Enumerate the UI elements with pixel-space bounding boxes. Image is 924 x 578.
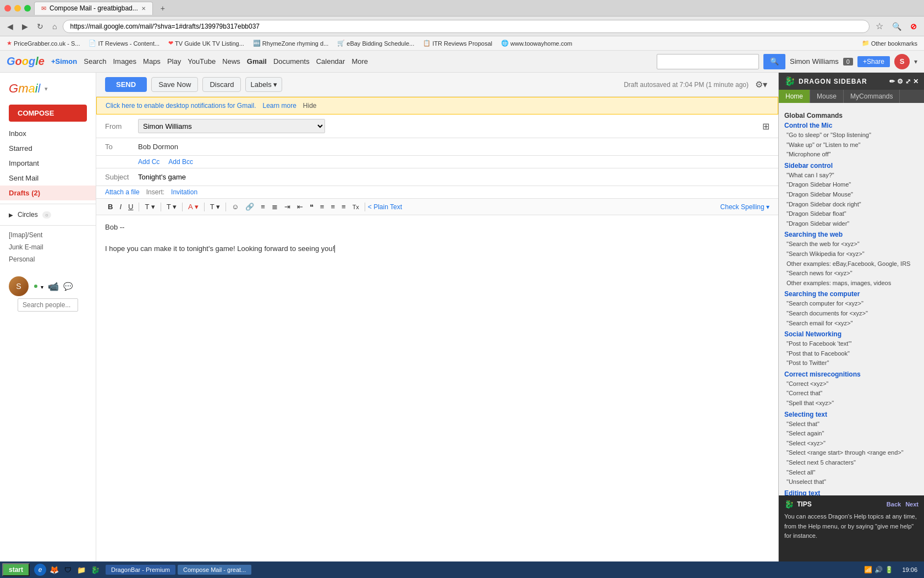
align-left-button[interactable]: ≡ <box>317 201 327 212</box>
text-color-button[interactable]: A ▾ <box>185 201 201 212</box>
dragon-tab-mouse[interactable]: Mouse <box>810 90 844 103</box>
control-mic-link[interactable]: Control the Mic <box>784 122 919 129</box>
bold-button[interactable]: B <box>105 201 116 212</box>
remove-format-button[interactable]: Tx <box>350 202 362 212</box>
nav-maps[interactable]: Maps <box>143 57 161 66</box>
subject-input[interactable] <box>138 173 769 181</box>
google-search-button[interactable]: 🔍 <box>763 54 785 69</box>
add-cc-link[interactable]: Add Cc <box>138 158 160 166</box>
nav-search[interactable]: Search <box>84 57 106 66</box>
bookmark-pricegrabber[interactable]: ★ PriceGrabber.co.uk - S... <box>4 39 82 48</box>
sidebar-nav-sent[interactable]: Sent Mail <box>0 171 96 186</box>
outdent-button[interactable]: ⇤ <box>294 201 306 212</box>
indent-button[interactable]: ⇥ <box>282 201 293 212</box>
taskbar-icon-dragon[interactable]: 🐉 <box>89 564 101 576</box>
link-button[interactable]: 🔗 <box>243 201 257 212</box>
share-button[interactable]: +Share <box>857 56 890 67</box>
correct-misrecognitions-link[interactable]: Correct misrecognitions <box>784 370 919 378</box>
italic-button[interactable]: I <box>117 201 124 212</box>
from-select[interactable]: Simon Williams <box>138 119 325 133</box>
discard-button[interactable]: Discard <box>202 77 241 92</box>
search-computer-link[interactable]: Searching the computer <box>784 290 919 298</box>
check-spelling-button[interactable]: Check Spelling ▾ <box>721 203 769 211</box>
notif-hide-button[interactable]: Hide <box>303 102 317 110</box>
nav-simon[interactable]: +Simon <box>51 57 77 66</box>
dragon-pencil-icon[interactable]: ✏ <box>889 78 895 85</box>
editing-text-link[interactable]: Editing text <box>784 489 919 495</box>
zoom-button[interactable]: 🔍 <box>889 21 904 32</box>
sidebar-personal[interactable]: Personal <box>0 253 96 265</box>
sidebar-nav-inbox[interactable]: Inbox <box>0 126 96 141</box>
font-button[interactable]: T ▾ <box>142 201 157 212</box>
ul-button[interactable]: ≣ <box>269 201 280 212</box>
font-size-button[interactable]: T ▾ <box>164 201 179 212</box>
tips-back-button[interactable]: Back <box>887 501 901 508</box>
home-button[interactable]: ⌂ <box>50 21 59 32</box>
compose-button[interactable]: COMPOSE <box>9 105 87 122</box>
emoji-button[interactable]: ☺ <box>229 201 241 212</box>
bookmark-tooway[interactable]: 🌐 www.toowayhome.com <box>499 39 575 48</box>
email-body[interactable]: Bob -- I hope you can make it to tonight… <box>96 215 778 561</box>
taskbar-window-compose[interactable]: Compose Mail - great... <box>178 565 251 575</box>
underline-button[interactable]: U <box>125 201 136 212</box>
plain-text-link[interactable]: < Plain Text <box>368 203 402 211</box>
bookmark-itr[interactable]: 📋 ITR Reviews Proposal <box>421 39 494 48</box>
align-center-button[interactable]: ≡ <box>328 201 338 212</box>
systray-network-icon[interactable]: 📶 <box>864 566 872 574</box>
selecting-text-link[interactable]: Selecting text <box>784 411 919 418</box>
taskbar-icon-folder[interactable]: 📁 <box>75 564 87 576</box>
nav-images[interactable]: Images <box>113 57 136 66</box>
bookmark-itreviews[interactable]: 📄 IT Reviews - Content... <box>86 39 162 48</box>
attach-file-link[interactable]: Attach a file <box>105 188 140 196</box>
stop-button[interactable]: ⊘ <box>908 21 920 32</box>
ol-button[interactable]: ≡ <box>258 201 268 212</box>
dragon-x-icon[interactable]: ✕ <box>913 78 919 85</box>
nav-play[interactable]: Play <box>167 57 181 66</box>
dragon-arrows-icon[interactable]: ⤢ <box>905 78 911 85</box>
dragon-tab-mycommands[interactable]: MyCommands <box>844 90 900 103</box>
address-bar[interactable] <box>63 20 870 33</box>
labels-dropdown[interactable]: Labels ▾ <box>245 77 282 92</box>
forward-button[interactable]: ▶ <box>19 21 31 32</box>
account-dropdown[interactable]: ▾ <box>914 58 917 66</box>
notification-link[interactable]: Click here to enable desktop notificatio… <box>106 102 256 110</box>
from-expand-icon[interactable]: ⊞ <box>762 121 769 132</box>
user-avatar[interactable]: S <box>894 54 910 69</box>
dragon-settings-icon[interactable]: ⚙ <box>897 78 903 85</box>
sidebar-circles[interactable]: ▶ Circles ○ <box>0 208 96 222</box>
systray-sound-icon[interactable]: 🔊 <box>875 566 883 574</box>
nav-youtube[interactable]: YouTube <box>188 57 216 66</box>
nav-documents[interactable]: Documents <box>273 57 310 66</box>
browser-control-yellow[interactable] <box>14 5 21 12</box>
labels-button[interactable]: Labels ▾ <box>245 77 282 92</box>
taskbar-icon-antivirus[interactable]: 🛡 <box>62 564 74 576</box>
start-button[interactable]: start <box>2 563 30 576</box>
text-format-button[interactable]: T ▾ <box>207 201 223 212</box>
settings-gear-button[interactable]: ⚙▾ <box>753 77 769 92</box>
social-networking-link[interactable]: Social Networking <box>784 330 919 338</box>
status-dropdown-icon[interactable]: ▾ <box>41 284 43 290</box>
taskbar-icon-firefox[interactable]: 🦊 <box>48 564 60 576</box>
phone-chat-button[interactable]: 💬 <box>63 282 73 291</box>
sidebar-nav-starred[interactable]: Starred <box>0 141 96 156</box>
learn-more-link[interactable]: Learn more <box>262 102 296 110</box>
sidebar-nav-important[interactable]: Important <box>0 156 96 171</box>
nav-calendar[interactable]: Calendar <box>316 57 345 66</box>
nav-more[interactable]: More <box>351 57 368 66</box>
bookmark-ebay[interactable]: 🛒 eBay Bidding Schedule... <box>335 39 416 48</box>
sidebar-control-link[interactable]: Sidebar control <box>784 162 919 170</box>
add-bcc-link[interactable]: Add Bcc <box>168 158 193 166</box>
bookmark-star[interactable]: ☆ <box>873 20 886 32</box>
search-web-link[interactable]: Searching the web <box>784 231 919 238</box>
people-search-input[interactable] <box>18 298 78 312</box>
browser-control-green[interactable] <box>24 5 31 12</box>
video-chat-button[interactable]: 📹 <box>48 281 59 292</box>
bookmark-tvguide[interactable]: ❤ TV Guide UK TV Listing... <box>166 39 246 48</box>
sidebar-nav-drafts[interactable]: Drafts (2) <box>0 186 96 200</box>
dragon-tab-home[interactable]: Home <box>779 90 810 103</box>
new-tab-button[interactable]: + <box>156 3 169 14</box>
google-search-input[interactable] <box>657 54 759 69</box>
taskbar-icon-ie[interactable]: e <box>34 564 46 576</box>
taskbar-window-dragon[interactable]: DragonBar - Premium <box>106 565 175 575</box>
blockquote-button[interactable]: ❝ <box>307 201 316 212</box>
